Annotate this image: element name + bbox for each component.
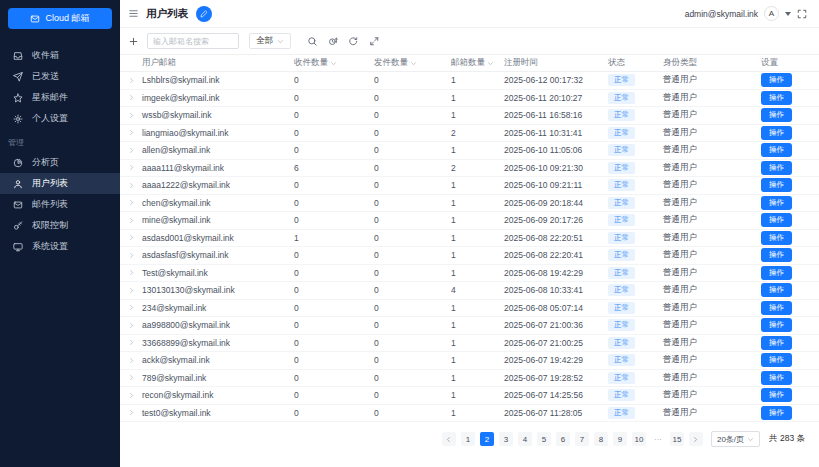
sidebar-item[interactable]: 收件箱	[0, 45, 120, 66]
status-badge: 正常	[608, 267, 635, 279]
page-button[interactable]: 9	[613, 432, 627, 446]
sort-caret-icon[interactable]	[487, 60, 494, 67]
sort-caret-icon[interactable]	[330, 60, 337, 67]
sidebar-item[interactable]: 权限控制	[0, 215, 120, 236]
row-expand-icon[interactable]	[128, 199, 142, 206]
row-expand-icon[interactable]	[128, 269, 142, 276]
row-action-button[interactable]: 操作	[761, 73, 792, 87]
cell-sent: 0	[374, 110, 451, 120]
row-action-button[interactable]: 操作	[761, 248, 792, 262]
sidebar-nav-admin: 分析页 用户列表 邮件列表 权限控制 系统设置	[0, 152, 120, 257]
table-row: chen@skymail.ink 0 0 1 2025-06-09 20:18:…	[120, 195, 819, 213]
row-expand-icon[interactable]	[128, 182, 142, 189]
row-expand-icon[interactable]	[128, 164, 142, 171]
row-expand-icon[interactable]	[128, 374, 142, 381]
sidebar-item-label: 个人设置	[32, 112, 68, 125]
brand-button[interactable]: Cloud 邮箱	[8, 8, 112, 29]
row-expand-icon[interactable]	[128, 252, 142, 259]
column-header-status: 状态	[608, 57, 663, 69]
filter-select[interactable]: 全部	[249, 33, 291, 49]
main-content: 用户列表 admin@skymail.ink A 全部	[120, 0, 819, 467]
page-button[interactable]: ···	[651, 432, 665, 446]
row-expand-icon[interactable]	[128, 357, 142, 364]
row-expand-icon[interactable]	[128, 304, 142, 311]
row-action-button[interactable]: 操作	[761, 231, 792, 245]
page-size-select[interactable]: 20条/页	[711, 431, 760, 447]
page-button[interactable]: 1	[461, 432, 475, 446]
refresh-icon[interactable]	[348, 36, 359, 47]
row-action-button[interactable]: 操作	[761, 388, 792, 402]
row-action-button[interactable]: 操作	[761, 143, 792, 157]
row-expand-icon[interactable]	[128, 94, 142, 101]
row-expand-icon[interactable]	[128, 234, 142, 241]
row-expand-icon[interactable]	[128, 392, 142, 399]
page-button[interactable]: 7	[575, 432, 589, 446]
status-badge: 正常	[608, 144, 635, 156]
row-expand-icon[interactable]	[128, 129, 142, 136]
row-expand-icon[interactable]	[128, 77, 142, 84]
expand-icon[interactable]	[369, 36, 380, 47]
page-button[interactable]: 4	[518, 432, 532, 446]
row-expand-icon[interactable]	[128, 409, 142, 416]
row-action-button[interactable]: 操作	[761, 336, 792, 350]
row-expand-icon[interactable]	[128, 112, 142, 119]
search-input[interactable]	[147, 33, 239, 49]
table-row: 33668899@skymail.ink 0 0 1 2025-06-07 21…	[120, 335, 819, 353]
row-action-button[interactable]: 操作	[761, 213, 792, 227]
mail-list-icon	[13, 200, 23, 210]
fullscreen-icon[interactable]	[797, 9, 807, 19]
row-action-button[interactable]: 操作	[761, 371, 792, 385]
monitor-icon	[13, 242, 23, 252]
next-page-button[interactable]	[689, 432, 703, 446]
row-action-button[interactable]: 操作	[761, 108, 792, 122]
row-action-button[interactable]: 操作	[761, 266, 792, 280]
sidebar-item[interactable]: 用户列表	[0, 173, 120, 194]
row-action-button[interactable]: 操作	[761, 161, 792, 175]
row-expand-icon[interactable]	[128, 287, 142, 294]
sort-caret-icon[interactable]	[410, 60, 417, 67]
row-expand-icon[interactable]	[128, 147, 142, 154]
row-action-button[interactable]: 操作	[761, 318, 792, 332]
sidebar-item[interactable]: 邮件列表	[0, 194, 120, 215]
page-button[interactable]: 2	[480, 432, 494, 446]
page-button[interactable]: 15	[670, 432, 684, 446]
row-action-button[interactable]: 操作	[761, 301, 792, 315]
row-expand-icon[interactable]	[128, 217, 142, 224]
cell-sent: 0	[374, 320, 451, 330]
row-action-button[interactable]: 操作	[761, 91, 792, 105]
column-header-received[interactable]: 收件数量	[294, 57, 374, 69]
cell-email: mine@skymail.ink	[142, 215, 294, 225]
row-action-button[interactable]: 操作	[761, 353, 792, 367]
column-header-sent[interactable]: 发件数量	[374, 57, 451, 69]
history-sort-icon[interactable]	[328, 36, 339, 47]
page-button[interactable]: 8	[594, 432, 608, 446]
row-action-button[interactable]: 操作	[761, 178, 792, 192]
page-button[interactable]: 10	[632, 432, 646, 446]
row-expand-icon[interactable]	[128, 339, 142, 346]
page-button[interactable]: 3	[499, 432, 513, 446]
sidebar-item[interactable]: 系统设置	[0, 236, 120, 257]
row-action-button[interactable]: 操作	[761, 406, 792, 420]
sidebar-item[interactable]: 个人设置	[0, 108, 120, 129]
row-expand-icon[interactable]	[128, 322, 142, 329]
edit-button[interactable]	[196, 6, 212, 22]
add-user-button[interactable]	[128, 36, 139, 47]
sidebar-item[interactable]: 已发送	[0, 66, 120, 87]
page-button[interactable]: 5	[537, 432, 551, 446]
row-action-button[interactable]: 操作	[761, 283, 792, 297]
avatar[interactable]: A	[764, 6, 779, 21]
sidebar-item[interactable]: 星标邮件	[0, 87, 120, 108]
column-header-mailboxes[interactable]: 邮箱数量	[451, 57, 504, 69]
collapse-menu-icon[interactable]	[128, 8, 139, 19]
cell-registered: 2025-06-11 16:58:16	[504, 110, 608, 120]
caret-down-icon[interactable]	[785, 12, 791, 16]
page-button[interactable]: 6	[556, 432, 570, 446]
cell-status: 正常	[608, 354, 663, 366]
search-icon[interactable]	[307, 36, 318, 47]
row-action-button[interactable]: 操作	[761, 126, 792, 140]
sidebar-item[interactable]: 分析页	[0, 152, 120, 173]
prev-page-button[interactable]	[442, 432, 456, 446]
cell-received: 6	[294, 163, 374, 173]
cell-sent: 0	[374, 180, 451, 190]
row-action-button[interactable]: 操作	[761, 196, 792, 210]
